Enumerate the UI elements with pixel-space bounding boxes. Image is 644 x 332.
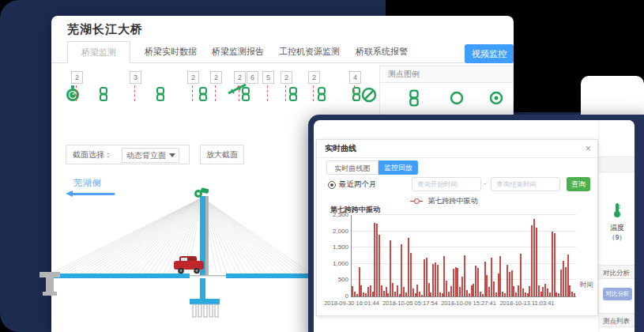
data-bar	[461, 277, 463, 296]
data-bar	[352, 286, 353, 296]
data-bar	[437, 265, 439, 296]
car	[174, 256, 204, 274]
chain-sensor-icon[interactable]	[198, 87, 208, 101]
thermometer-icon	[612, 202, 622, 218]
query-end-time-input[interactable]: 查询结束时间	[491, 177, 560, 191]
data-bar	[405, 292, 407, 296]
bridge-deck-left	[49, 274, 190, 278]
chain-sensor-icon[interactable]	[288, 87, 298, 101]
data-bar	[552, 232, 553, 296]
data-bar	[430, 292, 431, 296]
sensor-count-badge: 2	[308, 71, 320, 84]
range-separator: -	[484, 179, 486, 187]
data-bar	[363, 292, 364, 296]
data-bar	[511, 270, 513, 296]
vibration-chart: 第七跨跨中振动 05001,0001,5002,0002,5002018-09-…	[329, 205, 593, 311]
sensor-count-badge: 2	[281, 71, 292, 84]
popup-content: 温度 （9） 对比分析 对比分析 测点列表 实时曲线 × 实时曲线图 监控回放 …	[314, 120, 635, 332]
y-tick-label: 1,500	[325, 243, 348, 251]
bridge-pier	[200, 278, 205, 299]
data-bar	[415, 293, 416, 296]
dashed-line	[76, 85, 77, 101]
section-select-dropdown[interactable]: 动态背立面	[122, 148, 179, 163]
data-bar	[509, 272, 510, 296]
data-bar	[538, 285, 540, 296]
recent-two-months-radio[interactable]	[328, 181, 336, 189]
query-button[interactable]: 查询	[567, 177, 590, 191]
sensor-count-badge: 4	[349, 71, 361, 84]
circle-sensor-icon	[450, 91, 464, 108]
query-start-time-input[interactable]: 查询开始时间	[412, 177, 481, 191]
measure-point-legend-panel: 测点图例	[379, 66, 514, 116]
data-bar	[480, 292, 481, 296]
chain-sensor-icon[interactable]	[156, 87, 165, 101]
chain-sensor-icon[interactable]	[352, 87, 361, 101]
data-bar	[464, 255, 465, 296]
data-bar	[502, 292, 503, 296]
data-bar	[471, 285, 473, 296]
data-bar	[399, 294, 401, 296]
chain-sensor-icon[interactable]	[317, 87, 326, 101]
sensor-count-badge: 2	[210, 71, 222, 84]
data-bar	[359, 267, 360, 296]
data-bar	[459, 287, 461, 296]
data-bar	[515, 292, 517, 296]
data-bar	[569, 285, 571, 296]
close-icon[interactable]: ×	[585, 142, 591, 154]
data-bar	[563, 261, 564, 296]
data-bar	[360, 285, 362, 296]
data-bar	[367, 287, 369, 296]
tab-monitor-playback[interactable]: 监控回放	[378, 160, 418, 175]
data-bar	[513, 286, 514, 296]
data-bar	[383, 291, 385, 296]
bridge-deck-joint	[190, 275, 226, 277]
dashed-line	[239, 85, 239, 101]
chevron-down-icon	[169, 153, 175, 157]
chain-sensor-icon[interactable]	[241, 87, 250, 101]
data-bar	[554, 233, 555, 296]
y-tick-label: 2,000	[325, 228, 348, 235]
data-bar	[455, 267, 457, 296]
data-bar	[448, 292, 450, 296]
y-tick-label: 1,000	[325, 260, 348, 267]
section-select-label: 截面选择：	[73, 149, 112, 160]
data-bar	[469, 293, 470, 296]
data-bar	[453, 269, 454, 296]
data-bar	[376, 224, 378, 296]
x-tick-label: 2018-09-30 16:01:44	[320, 300, 383, 307]
gauge-sensor-icon[interactable]	[66, 85, 80, 106]
point-list-header: 测点列表	[599, 313, 635, 327]
enlarge-section-button[interactable]: 放大截面	[200, 145, 244, 164]
data-bar	[549, 292, 551, 296]
prohibit-icon[interactable]	[361, 87, 377, 106]
temperature-block[interactable]: 温度 （9）	[599, 202, 635, 243]
chart-plot-area: 05001,0001,5002,0002,5002018-09-30 16:01…	[351, 215, 576, 297]
x-axis-label: 时间	[580, 281, 593, 290]
sensor-count-badge: 2	[71, 71, 83, 84]
data-bar	[574, 293, 575, 296]
data-bar	[555, 292, 557, 296]
data-bar	[426, 258, 427, 296]
data-bar	[488, 287, 490, 296]
x-tick-label: 2018-10-05 05:17:54	[378, 300, 442, 307]
data-bar	[443, 256, 445, 297]
data-bar	[531, 225, 533, 296]
data-bar	[504, 293, 506, 296]
gauge-circle-icon	[489, 91, 503, 108]
temperature-label: 温度	[599, 223, 635, 233]
temperature-count: （9）	[599, 233, 635, 243]
data-bar	[421, 295, 423, 296]
data-bar	[397, 285, 398, 296]
data-bar	[482, 294, 484, 296]
tab-realtime-curve[interactable]: 实时曲线图	[326, 160, 378, 175]
x-tick-label: 2018-10-13 11:03:41	[495, 300, 559, 307]
data-bar	[432, 264, 434, 296]
bridge-deck-right	[226, 274, 312, 278]
data-bar	[466, 290, 468, 296]
chain-sensor-icon[interactable]	[99, 87, 108, 101]
data-bar	[450, 286, 452, 296]
y-tick-label: 0	[325, 292, 348, 300]
compare-analysis-button[interactable]: 对比分析	[603, 288, 632, 300]
popup-window: 温度 （9） 对比分析 对比分析 测点列表 实时曲线 × 实时曲线图 监控回放 …	[308, 115, 644, 332]
data-bar	[457, 268, 458, 296]
